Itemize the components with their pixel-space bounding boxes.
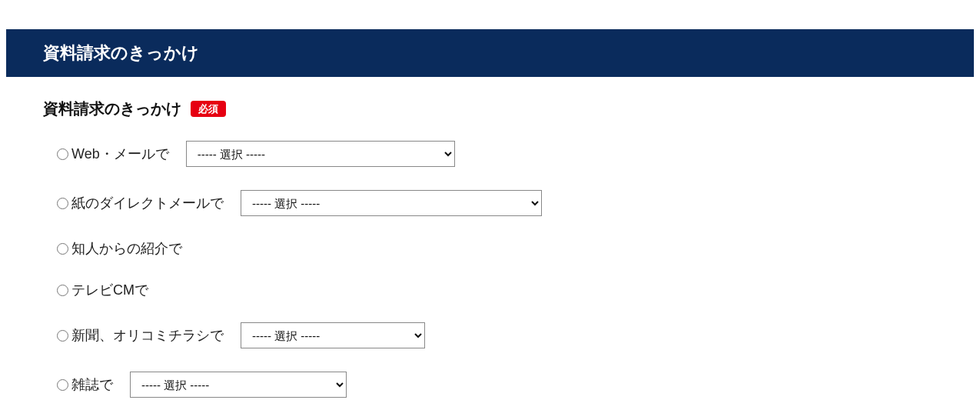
option-radio[interactable] — [57, 198, 68, 209]
option-radio[interactable] — [57, 243, 68, 255]
option-row: 雑誌で----- 選択 ----- — [57, 372, 937, 398]
option-radio[interactable] — [57, 379, 68, 391]
options-list: Web・メールで----- 選択 -----紙のダイレクトメールで----- 選… — [43, 141, 937, 398]
option-row: Web・メールで----- 選択 ----- — [57, 141, 937, 167]
option-radio[interactable] — [57, 330, 68, 342]
field-title-row: 資料請求のきっかけ 必須 — [43, 98, 937, 119]
option-label: Web・メールで — [71, 145, 169, 163]
option-label: 雑誌で — [71, 375, 113, 394]
option-row: テレビCMで — [57, 281, 937, 299]
option-select[interactable]: ----- 選択 ----- — [186, 141, 455, 167]
option-radio[interactable] — [57, 148, 68, 160]
option-select[interactable]: ----- 選択 ----- — [241, 322, 425, 348]
section-header: 資料請求のきっかけ — [6, 29, 974, 77]
field-block: 資料請求のきっかけ 必須 Web・メールで----- 選択 -----紙のダイレ… — [0, 98, 980, 398]
option-label: 知人からの紹介で — [71, 239, 182, 258]
option-row: 知人からの紹介で — [57, 239, 937, 258]
option-row: 紙のダイレクトメールで----- 選択 ----- — [57, 190, 937, 216]
field-title: 資料請求のきっかけ — [43, 98, 181, 119]
option-label: 新聞、オリコミチラシで — [71, 326, 224, 345]
option-select[interactable]: ----- 選択 ----- — [241, 190, 542, 216]
option-select[interactable]: ----- 選択 ----- — [130, 372, 347, 398]
required-badge: 必須 — [191, 101, 226, 118]
option-label: 紙のダイレクトメールで — [71, 194, 224, 212]
option-radio[interactable] — [57, 285, 68, 296]
option-label: テレビCMで — [71, 281, 148, 299]
option-row: 新聞、オリコミチラシで----- 選択 ----- — [57, 322, 937, 348]
